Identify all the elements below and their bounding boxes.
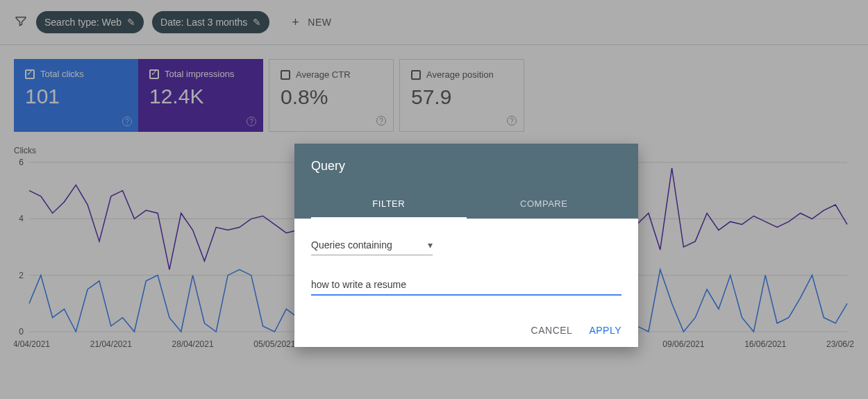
tab-filter[interactable]: FILTER (311, 190, 467, 219)
apply-button[interactable]: APPLY (589, 325, 621, 336)
dialog-header: Query FILTER COMPARE (294, 144, 638, 219)
caret-down-icon: ▾ (428, 239, 433, 251)
query-text-input[interactable] (311, 275, 621, 296)
tab-compare[interactable]: COMPARE (467, 190, 622, 219)
cancel-button[interactable]: CANCEL (531, 325, 573, 336)
dialog-actions: CANCEL APPLY (294, 312, 638, 347)
query-filter-dialog: Query FILTER COMPARE Queries containing … (294, 144, 638, 347)
dropdown-label: Queries containing (311, 239, 392, 251)
dialog-body: Queries containing ▾ (294, 219, 638, 312)
query-match-dropdown[interactable]: Queries containing ▾ (311, 235, 433, 255)
dialog-title: Query (311, 159, 621, 173)
dialog-tabs: FILTER COMPARE (311, 190, 621, 219)
